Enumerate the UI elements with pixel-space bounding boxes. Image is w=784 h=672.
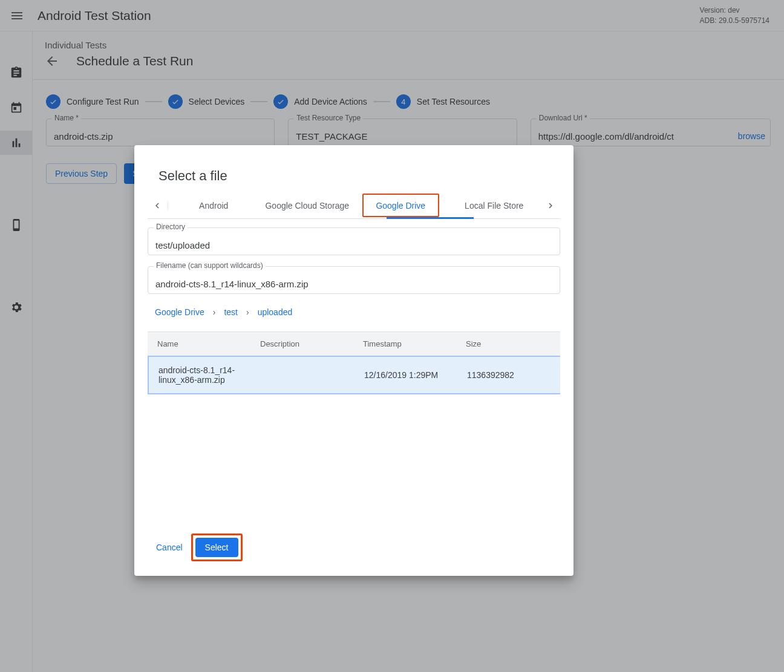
tab-local[interactable]: Local File Store [448, 192, 541, 218]
col-ts: Timestamp [363, 339, 466, 348]
col-name: Name [157, 339, 260, 348]
crumb-root[interactable]: Google Drive [155, 307, 204, 317]
file-select-dialog: Select a file Android Google Cloud Stora… [134, 145, 573, 576]
cell-name: android-cts-8.1_r14-linux_x86-arm.zip [158, 365, 261, 385]
col-desc: Description [260, 339, 363, 348]
tabs-scroll-left[interactable] [148, 200, 167, 211]
directory-field: Directory [148, 227, 560, 255]
select-button[interactable]: Select [195, 538, 238, 557]
directory-input[interactable] [155, 240, 552, 250]
filename-input[interactable] [155, 279, 552, 289]
crumb-uploaded[interactable]: uploaded [258, 307, 293, 317]
tab-gcs[interactable]: Google Cloud Storage [261, 192, 354, 218]
cell-size: 1136392982 [467, 370, 550, 380]
table-row[interactable]: android-cts-8.1_r14-linux_x86-arm.zip 12… [148, 356, 560, 394]
chevron-left-icon [152, 200, 163, 211]
directory-label: Directory [154, 223, 188, 231]
filename-field: Filename (can support wildcards) [148, 266, 560, 294]
file-table: Name Description Timestamp Size android-… [148, 331, 560, 394]
crumb-test[interactable]: test [224, 307, 238, 317]
table-header: Name Description Timestamp Size [148, 331, 560, 356]
tab-google-drive[interactable]: Google Drive [354, 192, 448, 218]
col-size: Size [466, 339, 550, 348]
select-highlight: Select [191, 533, 243, 561]
filename-label: Filename (can support wildcards) [154, 261, 266, 270]
tabs-scroll-right[interactable] [541, 200, 560, 211]
chevron-right-icon [545, 200, 556, 211]
dialog-title: Select a file [134, 160, 573, 192]
chevron-right-icon: › [246, 307, 249, 317]
cancel-button[interactable]: Cancel [156, 543, 183, 552]
cell-ts: 12/16/2019 1:29PM [364, 370, 467, 380]
tab-android[interactable]: Android [167, 192, 261, 218]
path-breadcrumb: Google Drive › test › uploaded [148, 305, 560, 317]
chevron-right-icon: › [213, 307, 216, 317]
